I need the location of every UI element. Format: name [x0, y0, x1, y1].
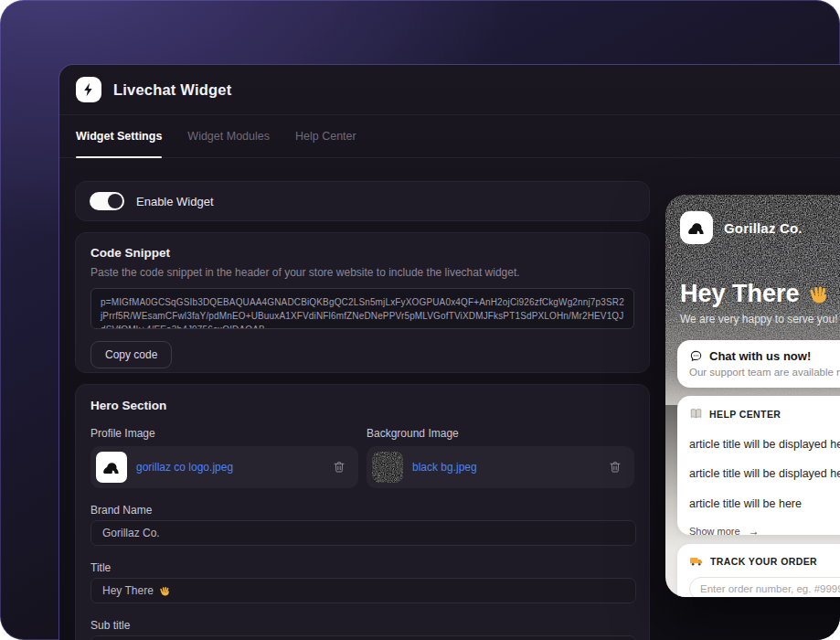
background-image-delete-button[interactable] — [607, 459, 623, 475]
code-snippet-card: Code Snippet Paste the code snippet in t… — [75, 232, 650, 373]
wave-hand-icon — [808, 283, 830, 305]
chat-card[interactable]: Chat with us now! Our support team are a… — [677, 340, 840, 388]
gorilla-logo-icon — [101, 457, 122, 477]
lightning-icon — [80, 81, 97, 98]
arrow-right-icon: → — [749, 525, 760, 536]
brand-name-input[interactable] — [90, 520, 636, 546]
subtitle-label: Sub title — [90, 619, 634, 632]
track-order-header: TRACK YOUR ORDER — [689, 554, 840, 569]
preview-brand-name: Gorillaz Co. — [724, 220, 803, 236]
chat-bubble-icon — [689, 349, 703, 363]
toggle-knob — [108, 194, 122, 208]
help-article-item[interactable]: article title will be displayed here — [689, 438, 840, 451]
help-article-item[interactable]: article title will be displayed here. — [689, 467, 840, 480]
tab-widget-modules[interactable]: Widget Modules — [187, 115, 270, 157]
preview-brand-logo — [680, 211, 713, 244]
help-article-item[interactable]: article title will be here — [689, 497, 840, 510]
tab-bar: Widget Settings Widget Modules Help Cent… — [59, 115, 840, 158]
profile-image-field: Profile Image gorillaz co logo.jpeg — [90, 412, 358, 488]
help-center-card: HELP CENTER article title will be displa… — [677, 396, 840, 535]
preview-brand-row: Gorillaz Co. — [680, 211, 803, 244]
panel-header: Livechat Widget — [59, 65, 840, 115]
background-image-field: Background Image black bg.jpeg — [367, 412, 634, 488]
background-image-upload[interactable]: black bg.jpeg — [367, 446, 634, 488]
help-center-header: HELP CENTER — [689, 407, 840, 421]
order-number-input[interactable] — [689, 577, 840, 597]
trash-icon — [332, 460, 346, 475]
image-upload-row: Profile Image gorillaz co logo.jpeg — [90, 412, 634, 488]
subtitle-input[interactable] — [90, 635, 636, 640]
code-snippet-title: Code Snippet — [90, 246, 634, 260]
copy-code-button[interactable]: Copy code — [90, 341, 172, 368]
show-more-label: Show more — [689, 526, 740, 536]
profile-image-delete-button[interactable] — [331, 459, 347, 475]
hero-section-title: Hero Section — [90, 399, 634, 412]
code-snippet-text[interactable]: p=MIGfMA0GCSqGSIb3DQEBAQUAA4GNADCBiQKBgQ… — [90, 288, 634, 329]
track-order-card: TRACK YOUR ORDER — [677, 544, 840, 597]
widget-preview: Gorillaz Co. Hey There We are very happy… — [665, 195, 840, 597]
background-image-filename[interactable]: black bg.jpeg — [412, 461, 477, 474]
black-texture-thumb — [372, 452, 403, 483]
gorilla-logo-icon — [686, 218, 707, 238]
profile-image-upload[interactable]: gorillaz co logo.jpeg — [90, 446, 358, 488]
wave-hand-icon — [159, 585, 171, 597]
trash-icon — [608, 460, 622, 475]
preview-hero-subtitle: We are very happy to serve you! — [680, 313, 838, 325]
track-order-title: TRACK YOUR ORDER — [710, 556, 817, 567]
brand-name-label: Brand Name — [90, 504, 634, 517]
hero-section-card: Hero Section Profile Image gorillaz co l… — [75, 384, 650, 640]
show-more-link[interactable]: Show more → — [689, 525, 840, 536]
app-icon — [76, 77, 101, 102]
chat-card-subtitle: Our support team are available now — [689, 367, 840, 378]
title-label: Title — [90, 561, 634, 574]
enable-widget-toggle[interactable] — [90, 192, 124, 210]
preview-hero-title: Hey There — [680, 280, 830, 308]
app-window: Livechat Widget Widget Settings Widget M… — [0, 0, 840, 640]
chat-card-header: Chat with us now! — [689, 349, 840, 363]
enable-widget-card: Enable Widget — [75, 181, 650, 221]
tab-help-center[interactable]: Help Center — [295, 115, 356, 157]
tab-widget-settings[interactable]: Widget Settings — [76, 115, 162, 157]
background-image-label: Background Image — [367, 427, 634, 440]
chat-card-title: Chat with us now! — [709, 349, 811, 363]
preview-hero-title-text: Hey There — [680, 280, 800, 308]
book-icon — [689, 407, 703, 421]
profile-image-filename[interactable]: gorillaz co logo.jpeg — [136, 461, 233, 474]
background-image-thumbnail — [372, 452, 403, 483]
profile-image-label: Profile Image — [90, 427, 358, 440]
title-input[interactable]: Hey There — [90, 578, 636, 603]
truck-icon — [689, 554, 704, 569]
profile-image-thumbnail — [96, 452, 127, 483]
help-center-title: HELP CENTER — [709, 409, 781, 420]
code-snippet-description: Paste the code snippet in the header of … — [90, 266, 634, 279]
enable-widget-label: Enable Widget — [136, 195, 214, 208]
page-title: Livechat Widget — [113, 81, 231, 99]
title-input-value: Hey There — [102, 584, 154, 597]
